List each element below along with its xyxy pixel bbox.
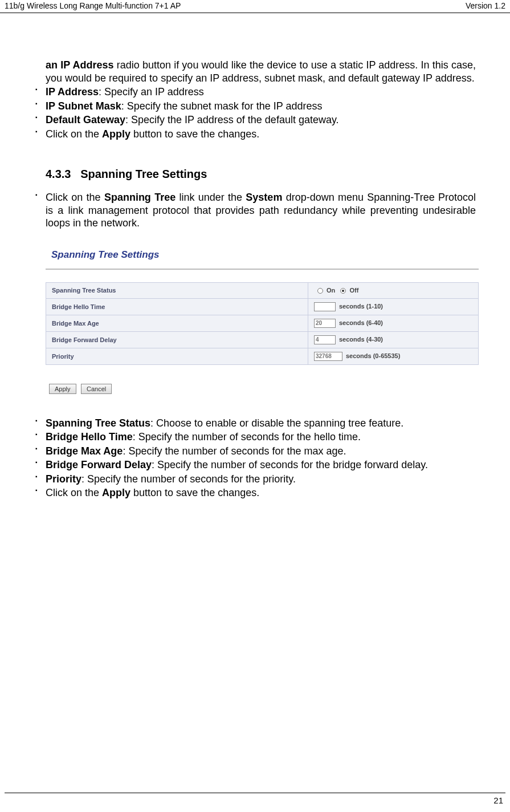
item-bold: Bridge Forward Delay <box>46 459 152 470</box>
prio-suffix: seconds (0-65535) <box>346 352 400 359</box>
radio-off[interactable] <box>340 288 346 294</box>
intro-lead-bold: an IP Address <box>46 59 113 71</box>
item-bold: Apply <box>102 487 130 498</box>
row-control: On Off <box>308 282 479 298</box>
list-item: Click on the Apply button to save the ch… <box>28 128 476 141</box>
row-control: seconds (1-10) <box>308 298 479 315</box>
hello-suffix: seconds (1-10) <box>339 302 383 309</box>
stp-settings-table: Spanning Tree Status On Off Bridge Hello… <box>46 282 479 365</box>
panel-title: Spanning Tree Settings <box>46 246 479 270</box>
item-bold: Bridge Hello Time <box>46 431 133 442</box>
item-rest: : Specify the number of seconds for the … <box>133 431 361 442</box>
stp-intro-list: Click on the Spanning Tree link under th… <box>28 191 476 230</box>
item-rest: : Specify the number of seconds for the … <box>123 445 346 457</box>
item-bold: Spanning Tree Status <box>46 417 150 429</box>
list-item: IP Subnet Mask: Specify the subnet mask … <box>28 100 476 113</box>
row-label: Bridge Max Age <box>46 315 308 331</box>
apply-button[interactable]: Apply <box>49 384 76 394</box>
page-footer: 21 <box>5 793 505 805</box>
section-heading: 4.3.3 Spanning Tree Settings <box>46 168 476 181</box>
row-label: Bridge Hello Time <box>46 298 308 315</box>
item-rest: : Specify the number of seconds for the … <box>152 459 428 470</box>
row-control: 20seconds (6-40) <box>308 315 479 331</box>
item-rest: button to save the changes. <box>130 128 259 140</box>
ip-settings-list: IP Address: Specify an IP address IP Sub… <box>28 86 476 140</box>
page-number: 21 <box>493 795 503 805</box>
item-bold: IP Address <box>46 86 99 98</box>
panel-buttons: Apply Cancel <box>46 383 479 394</box>
row-label: Bridge Forward Delay <box>46 331 308 348</box>
page-header: 11b/g Wireless Long Range Multi-function… <box>0 0 510 13</box>
max-age-input[interactable]: 20 <box>314 319 336 328</box>
maxage-suffix: seconds (6-40) <box>339 319 383 326</box>
fwd-suffix: seconds (4-30) <box>339 335 383 342</box>
spanning-tree-panel: Spanning Tree Settings Spanning Tree Sta… <box>46 246 479 394</box>
list-item: Default Gateway: Specify the IP address … <box>28 113 476 127</box>
row-label: Priority <box>46 348 308 364</box>
hello-time-input[interactable] <box>314 302 336 311</box>
item-bold: Bridge Max Age <box>46 445 123 457</box>
list-item: Bridge Max Age: Specify the number of se… <box>28 445 476 458</box>
item-pre: Click on the <box>46 487 102 498</box>
p2-mid: link under the <box>176 192 246 203</box>
list-item: IP Address: Specify an IP address <box>28 86 476 99</box>
section-title: Spanning Tree Settings <box>80 168 207 180</box>
item-rest: : Specify the IP address of the default … <box>125 114 339 125</box>
priority-input[interactable]: 32768 <box>314 352 342 361</box>
row-label: Spanning Tree Status <box>46 282 308 298</box>
item-bold: Default Gateway <box>46 114 125 125</box>
list-item: Spanning Tree Status: Choose to enable o… <box>28 417 476 430</box>
table-row: Bridge Max Age 20seconds (6-40) <box>46 315 479 331</box>
header-right: Version 1.2 <box>466 1 505 10</box>
p2-pre: Click on the <box>46 192 104 203</box>
item-rest: : Specify the number of seconds for the … <box>81 473 296 485</box>
item-bold: Apply <box>102 128 130 140</box>
item-rest: button to save the changes. <box>130 487 259 498</box>
radio-on-label: On <box>327 287 335 294</box>
row-control: 4seconds (4-30) <box>308 331 479 348</box>
item-pre: Click on the <box>46 128 102 140</box>
item-rest: : Specify the subnet mask for the IP add… <box>121 100 323 112</box>
list-item: Priority: Specify the number of seconds … <box>28 473 476 486</box>
header-left: 11b/g Wireless Long Range Multi-function… <box>5 1 181 10</box>
cancel-button[interactable]: Cancel <box>81 384 112 394</box>
intro-paragraph: an IP Address radio button if you would … <box>46 59 476 84</box>
item-bold: Priority <box>46 473 81 485</box>
table-row: Priority 32768seconds (0-65535) <box>46 348 479 364</box>
list-item: Bridge Forward Delay: Specify the number… <box>28 458 476 472</box>
table-row: Bridge Hello Time seconds (1-10) <box>46 298 479 315</box>
row-control: 32768seconds (0-65535) <box>308 348 479 364</box>
fwd-delay-input[interactable]: 4 <box>314 335 336 344</box>
list-item: Click on the Spanning Tree link under th… <box>28 191 476 230</box>
section-num: 4.3.3 <box>46 168 71 180</box>
p2-bold2: System <box>246 192 282 203</box>
table-row: Bridge Forward Delay 4seconds (4-30) <box>46 331 479 348</box>
list-item: Bridge Hello Time: Specify the number of… <box>28 431 476 444</box>
stp-fields-list: Spanning Tree Status: Choose to enable o… <box>28 417 476 500</box>
item-bold: IP Subnet Mask <box>46 100 121 112</box>
item-rest: : Choose to enable or disable the spanni… <box>150 417 403 429</box>
radio-on[interactable] <box>317 288 323 294</box>
item-rest: : Specify an IP address <box>99 86 204 98</box>
list-item: Click on the Apply button to save the ch… <box>28 486 476 500</box>
p2-bold1: Spanning Tree <box>104 192 176 203</box>
radio-off-label: Off <box>349 287 358 294</box>
table-row: Spanning Tree Status On Off <box>46 282 479 298</box>
